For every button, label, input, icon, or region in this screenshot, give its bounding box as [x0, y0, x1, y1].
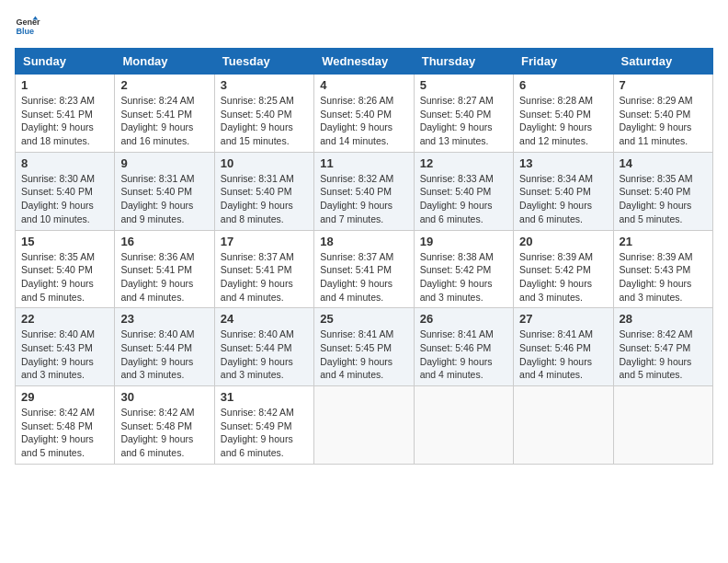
daylight-label: Daylight: 9 hours and 3 minutes. — [21, 356, 94, 381]
sunset-label: Sunset: 5:41 PM — [120, 109, 192, 120]
daylight-label: Daylight: 9 hours and 4 minutes. — [320, 356, 392, 381]
sunset-label: Sunset: 5:48 PM — [21, 420, 93, 431]
calendar-cell: 8Sunrise: 8:30 AMSunset: 5:40 PMDaylight… — [16, 152, 115, 230]
daylight-label: Daylight: 9 hours and 7 minutes. — [320, 200, 392, 224]
calendar-cell: 16Sunrise: 8:36 AMSunset: 5:41 PMDayligh… — [115, 230, 214, 308]
daylight-label: Daylight: 9 hours and 4 minutes. — [320, 278, 392, 303]
calendar-cell: 25Sunrise: 8:41 AMSunset: 5:45 PMDayligh… — [314, 308, 414, 386]
cell-content: Sunrise: 8:38 AMSunset: 5:42 PMDaylight:… — [420, 250, 507, 304]
cell-content: Sunrise: 8:42 AMSunset: 5:48 PMDaylight:… — [120, 406, 208, 460]
logo-icon: General Blue — [15, 15, 40, 40]
sunset-label: Sunset: 5:40 PM — [519, 109, 591, 120]
calendar-cell: 13Sunrise: 8:34 AMSunset: 5:40 PMDayligh… — [514, 152, 613, 230]
calendar-cell: 17Sunrise: 8:37 AMSunset: 5:41 PMDayligh… — [214, 230, 313, 308]
day-number: 13 — [519, 156, 607, 170]
sunrise-label: Sunrise: 8:28 AM — [519, 95, 593, 106]
sunrise-label: Sunrise: 8:42 AM — [620, 328, 693, 339]
calendar-cell: 14Sunrise: 8:35 AMSunset: 5:40 PMDayligh… — [613, 152, 712, 230]
daylight-label: Daylight: 9 hours and 3 minutes. — [519, 278, 592, 303]
daylight-label: Daylight: 9 hours and 6 minutes. — [420, 200, 493, 224]
page-header: General Blue — [15, 15, 713, 40]
calendar-cell — [314, 386, 414, 465]
day-number: 19 — [420, 235, 507, 248]
calendar-cell: 11Sunrise: 8:32 AMSunset: 5:40 PMDayligh… — [314, 152, 414, 230]
calendar-cell: 5Sunrise: 8:27 AMSunset: 5:40 PMDaylight… — [414, 75, 513, 153]
daylight-label: Daylight: 9 hours and 3 minutes. — [221, 356, 293, 381]
sunset-label: Sunset: 5:49 PM — [221, 420, 292, 431]
sunset-label: Sunset: 5:40 PM — [620, 186, 691, 197]
cell-content: Sunrise: 8:32 AMSunset: 5:40 PMDaylight:… — [320, 172, 407, 226]
cell-content: Sunrise: 8:31 AMSunset: 5:40 PMDaylight:… — [221, 172, 308, 226]
cell-content: Sunrise: 8:42 AMSunset: 5:48 PMDaylight:… — [21, 406, 108, 460]
weekday-header: Wednesday — [314, 49, 414, 75]
calendar-cell: 10Sunrise: 8:31 AMSunset: 5:40 PMDayligh… — [214, 152, 313, 230]
sunset-label: Sunset: 5:40 PM — [320, 109, 392, 120]
sunrise-label: Sunrise: 8:24 AM — [120, 95, 194, 106]
calendar-cell: 4Sunrise: 8:26 AMSunset: 5:40 PMDaylight… — [314, 75, 414, 153]
day-number: 15 — [21, 235, 108, 248]
daylight-label: Daylight: 9 hours and 8 minutes. — [221, 200, 293, 224]
cell-content: Sunrise: 8:42 AMSunset: 5:47 PMDaylight:… — [620, 327, 707, 382]
sunrise-label: Sunrise: 8:39 AM — [519, 251, 593, 262]
day-number: 26 — [420, 312, 507, 326]
daylight-label: Daylight: 9 hours and 4 minutes. — [420, 356, 493, 381]
weekday-header: Monday — [115, 49, 214, 75]
weekday-header: Thursday — [414, 49, 513, 75]
calendar-cell: 30Sunrise: 8:42 AMSunset: 5:48 PMDayligh… — [115, 386, 214, 465]
daylight-label: Daylight: 9 hours and 12 minutes. — [519, 121, 592, 146]
cell-content: Sunrise: 8:39 AMSunset: 5:43 PMDaylight:… — [620, 250, 707, 304]
calendar-cell — [514, 386, 613, 465]
daylight-label: Daylight: 9 hours and 3 minutes. — [620, 278, 692, 303]
calendar-week-row: 1Sunrise: 8:23 AMSunset: 5:41 PMDaylight… — [16, 75, 713, 153]
sunrise-label: Sunrise: 8:34 AM — [519, 173, 593, 184]
sunrise-label: Sunrise: 8:31 AM — [120, 173, 194, 184]
day-number: 2 — [120, 78, 208, 92]
day-number: 25 — [320, 312, 407, 326]
sunset-label: Sunset: 5:44 PM — [120, 342, 192, 353]
day-number: 4 — [320, 78, 407, 92]
sunrise-label: Sunrise: 8:40 AM — [21, 328, 95, 339]
sunset-label: Sunset: 5:47 PM — [620, 342, 691, 353]
sunrise-label: Sunrise: 8:42 AM — [21, 407, 95, 418]
sunrise-label: Sunrise: 8:42 AM — [120, 407, 194, 418]
sunset-label: Sunset: 5:41 PM — [21, 109, 93, 120]
sunset-label: Sunset: 5:41 PM — [221, 264, 292, 275]
calendar-cell — [613, 386, 712, 465]
day-number: 5 — [420, 78, 507, 92]
cell-content: Sunrise: 8:41 AMSunset: 5:45 PMDaylight:… — [320, 327, 407, 382]
sunset-label: Sunset: 5:48 PM — [120, 420, 192, 431]
day-number: 30 — [120, 390, 208, 404]
cell-content: Sunrise: 8:42 AMSunset: 5:49 PMDaylight:… — [221, 406, 308, 460]
sunrise-label: Sunrise: 8:37 AM — [221, 251, 294, 262]
calendar-cell: 31Sunrise: 8:42 AMSunset: 5:49 PMDayligh… — [214, 386, 313, 465]
sunrise-label: Sunrise: 8:35 AM — [21, 251, 95, 262]
calendar-cell: 22Sunrise: 8:40 AMSunset: 5:43 PMDayligh… — [16, 308, 115, 386]
daylight-label: Daylight: 9 hours and 13 minutes. — [420, 121, 493, 146]
day-number: 18 — [320, 235, 407, 248]
cell-content: Sunrise: 8:23 AMSunset: 5:41 PMDaylight:… — [21, 94, 108, 148]
day-number: 29 — [21, 390, 108, 404]
sunrise-label: Sunrise: 8:35 AM — [620, 173, 693, 184]
sunrise-label: Sunrise: 8:41 AM — [420, 328, 494, 339]
cell-content: Sunrise: 8:24 AMSunset: 5:41 PMDaylight:… — [120, 94, 208, 148]
cell-content: Sunrise: 8:37 AMSunset: 5:41 PMDaylight:… — [320, 250, 407, 304]
day-number: 27 — [519, 312, 607, 326]
calendar-cell: 28Sunrise: 8:42 AMSunset: 5:47 PMDayligh… — [613, 308, 712, 386]
calendar-cell: 20Sunrise: 8:39 AMSunset: 5:42 PMDayligh… — [514, 230, 613, 308]
sunset-label: Sunset: 5:42 PM — [519, 264, 591, 275]
day-number: 23 — [120, 312, 208, 326]
cell-content: Sunrise: 8:41 AMSunset: 5:46 PMDaylight:… — [420, 327, 507, 382]
sunrise-label: Sunrise: 8:32 AM — [320, 173, 393, 184]
daylight-label: Daylight: 9 hours and 15 minutes. — [221, 121, 293, 146]
weekday-header: Saturday — [613, 49, 712, 75]
calendar-week-row: 8Sunrise: 8:30 AMSunset: 5:40 PMDaylight… — [16, 152, 713, 230]
cell-content: Sunrise: 8:36 AMSunset: 5:41 PMDaylight:… — [120, 250, 208, 304]
calendar-cell: 29Sunrise: 8:42 AMSunset: 5:48 PMDayligh… — [16, 386, 115, 465]
weekday-header: Friday — [514, 49, 613, 75]
day-number: 10 — [221, 156, 308, 170]
cell-content: Sunrise: 8:40 AMSunset: 5:43 PMDaylight:… — [21, 327, 108, 382]
cell-content: Sunrise: 8:26 AMSunset: 5:40 PMDaylight:… — [320, 94, 407, 148]
daylight-label: Daylight: 9 hours and 16 minutes. — [120, 121, 193, 146]
day-number: 6 — [519, 78, 607, 92]
day-number: 21 — [620, 235, 707, 248]
